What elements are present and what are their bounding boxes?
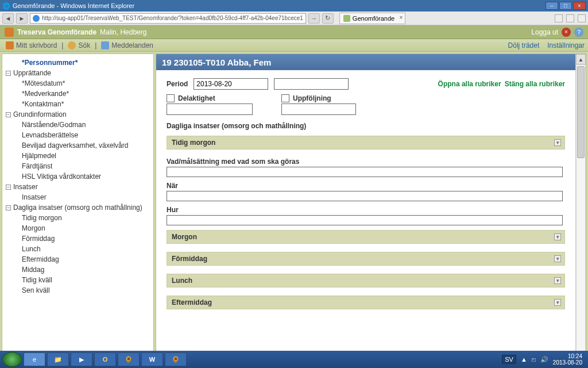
scroll-track[interactable] [576, 64, 586, 352]
band-lunch[interactable]: Lunch ▾ [167, 274, 565, 288]
taskbar-outlook-icon[interactable]: O [94, 352, 116, 366]
tree-beviljad[interactable]: Beviljad dagverksamhet, växelvård [6, 140, 152, 151]
tree-insatser[interactable]: Insatser [6, 192, 152, 202]
tree-hjalpmedel[interactable]: Hjälpmedel [6, 151, 152, 161]
taskbar-ie-icon[interactable]: e [24, 352, 45, 366]
band-morgon[interactable]: Morgon ▾ [167, 230, 565, 244]
address-bar[interactable]: http://sug-app01/TreservaWeb_TEST/Genomf… [30, 13, 306, 24]
collapse-icon[interactable]: − [6, 112, 11, 117]
expand-icon[interactable]: ▾ [554, 233, 561, 240]
tree-tidig-morgon[interactable]: Tidig morgon [6, 213, 152, 223]
tree-hsl[interactable]: HSL Viktiga vårdkontakter [6, 171, 152, 182]
uppfoljning-label: Uppföljning [293, 94, 331, 102]
uppfoljning-checkbox[interactable] [281, 94, 289, 102]
favicon-icon [343, 15, 350, 22]
tree-eftermiddag[interactable]: Eftermiddag [6, 254, 152, 264]
taskbar-app-icon[interactable]: 🌻 [118, 352, 140, 366]
taskbar-word-icon[interactable]: W [141, 352, 163, 366]
start-button[interactable] [2, 352, 22, 367]
tab-close-icon[interactable]: × [399, 14, 403, 21]
input-hur[interactable] [167, 215, 563, 225]
collapse-icon[interactable]: − [6, 185, 11, 190]
expand-icon[interactable]: ▾ [554, 277, 561, 284]
main-pane: 19 230105-T010 Abba, Fem Period Öppna al… [156, 53, 586, 363]
app-menu-bar: Mitt skrivbord | Sök | Meddelanden Dölj … [0, 39, 588, 52]
vertical-scrollbar[interactable]: ▲ ▼ [575, 54, 586, 362]
band-tidig-morgon[interactable]: Tidig morgon ▾ [167, 136, 565, 150]
expand-icon[interactable]: ▾ [554, 255, 561, 262]
collapse-icon[interactable]: − [6, 205, 11, 210]
help-icon[interactable]: ? [574, 28, 583, 37]
tree-sen-kvall[interactable]: Sen kväll [6, 285, 152, 296]
tree-medverkande[interactable]: *Medverkande* [6, 89, 152, 99]
menu-sok[interactable]: Sök [65, 41, 92, 49]
tree-narstaende[interactable]: Närstående/Godman [6, 120, 152, 130]
taskbar-clock[interactable]: 10:24 2013-08-20 [553, 353, 582, 366]
browser-tab[interactable]: Genomförande × [339, 13, 405, 24]
tree-formiddag[interactable]: Förmiddag [6, 233, 152, 244]
clock-date: 2013-08-20 [553, 359, 582, 366]
settings-link[interactable]: Inställningar [547, 41, 585, 49]
back-button[interactable]: ◄ [2, 13, 14, 24]
window-close-button[interactable]: × [573, 2, 586, 10]
logout-link[interactable]: Logga ut [531, 28, 558, 36]
tray-flag-icon[interactable]: ▲ [521, 356, 527, 363]
tray-network-icon[interactable]: ⏍ [532, 356, 536, 363]
scroll-up-icon[interactable]: ▲ [576, 54, 586, 64]
hide-tree-link[interactable]: Dölj trädet [508, 41, 540, 49]
go-button[interactable]: → [308, 13, 320, 24]
language-indicator[interactable]: SV [502, 355, 516, 364]
label-hur: Hur [167, 206, 565, 214]
tree-lunch[interactable]: Lunch [6, 244, 152, 254]
refresh-button[interactable]: ↻ [322, 13, 334, 24]
expand-icon[interactable]: ▾ [554, 299, 561, 306]
period-to-input[interactable] [274, 78, 349, 90]
tree-tidig-kvall[interactable]: Tidig kväll [6, 275, 152, 285]
menu-mitt-skrivbord[interactable]: Mitt skrivbord [3, 41, 59, 49]
logout-icon[interactable]: × [562, 28, 571, 37]
tree-upprattande[interactable]: −Upprättande [6, 68, 152, 78]
page-title: 19 230105-T010 Abba, Fem [156, 54, 575, 70]
close-all-link[interactable]: Stäng alla rubriker [505, 80, 565, 88]
expand-icon[interactable]: ▾ [554, 139, 561, 146]
input-nar[interactable] [167, 191, 563, 201]
tree-middag[interactable]: Middag [6, 264, 152, 275]
section-heading: Dagliga insatser (omsorg och mathållning… [167, 122, 565, 130]
tree-grundinformation[interactable]: −Grundinformation [6, 109, 152, 120]
messages-icon [101, 41, 109, 49]
input-vad[interactable] [167, 167, 563, 177]
label-vad: Vad/målsättning med vad som ska göras [167, 158, 565, 166]
tree-motesdatum[interactable]: *Mötesdatum* [6, 78, 152, 89]
tree-personnummer[interactable]: *Personnummer* [6, 57, 152, 68]
tree-insatser-header[interactable]: −Insatser [6, 182, 152, 192]
delaktighet-checkbox[interactable] [167, 94, 175, 102]
band-eftermiddag[interactable]: Eftermiddag ▾ [167, 296, 565, 309]
taskbar-media-icon[interactable]: ▶ [71, 352, 92, 366]
band-formiddag[interactable]: Förmiddag ▾ [167, 252, 565, 266]
home-icon[interactable] [555, 14, 563, 22]
tools-icon[interactable] [578, 14, 586, 22]
forward-button[interactable]: ► [16, 13, 28, 24]
system-tray: SV ▲ ⏍ 🔊 10:24 2013-08-20 [502, 353, 586, 366]
collapse-icon[interactable]: − [6, 71, 11, 76]
tree-morgon[interactable]: Morgon [6, 223, 152, 233]
content-area: *Personnummer* −Upprättande *Mötesdatum*… [0, 52, 588, 365]
uppfoljning-input[interactable] [281, 103, 356, 115]
tree-dagliga-header[interactable]: −Dagliga insatser (omsorg och mathållnin… [6, 202, 152, 213]
favorites-icon[interactable] [566, 14, 574, 22]
maximize-button[interactable]: □ [559, 2, 572, 10]
open-all-link[interactable]: Öppna alla rubriker [438, 80, 501, 88]
minimize-button[interactable]: – [546, 2, 558, 10]
period-from-input[interactable] [194, 78, 268, 90]
tray-volume-icon[interactable]: 🔊 [540, 356, 548, 363]
taskbar-app2-icon[interactable]: 🌻 [165, 352, 187, 366]
tab-label: Genomförande [353, 15, 394, 22]
scroll-thumb[interactable] [577, 66, 585, 158]
taskbar-explorer-icon[interactable]: 📁 [47, 352, 69, 366]
tree-levnads[interactable]: Levnadsberättelse [6, 130, 152, 140]
tree-kontaktman[interactable]: *Kontaktman* [6, 99, 152, 109]
tree-fardtjanst[interactable]: Färdtjänst [6, 161, 152, 171]
delaktighet-input[interactable] [167, 103, 253, 115]
menu-meddelanden[interactable]: Meddelanden [99, 41, 156, 49]
current-user: Malin, Hedberg [100, 28, 146, 36]
